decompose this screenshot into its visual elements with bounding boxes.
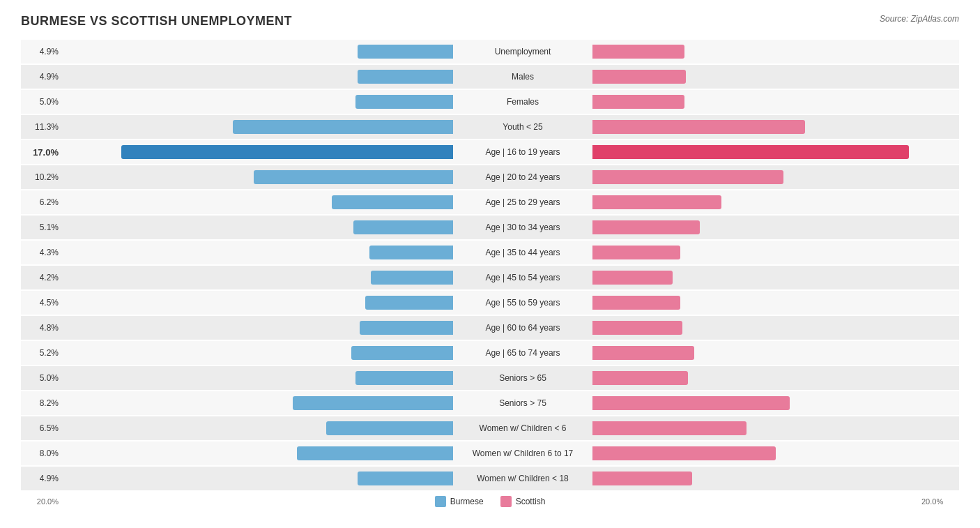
legend: Burmese Scottish	[63, 496, 917, 507]
right-bar	[592, 396, 790, 410]
chart-row: 4.3%Age | 35 to 44 years4.5%	[21, 241, 959, 264]
left-bar	[332, 195, 453, 209]
left-bar-container	[63, 296, 453, 310]
row-label: Women w/ Children 6 to 17	[453, 448, 592, 458]
left-bar-container	[63, 271, 453, 285]
left-bar-container	[63, 170, 453, 184]
left-bar-container	[63, 472, 453, 485]
chart-row: 4.9%Unemployment4.7%	[21, 40, 959, 63]
legend-scottish-box	[500, 496, 512, 507]
row-label: Seniors > 65	[453, 373, 592, 383]
left-value: 8.0%	[21, 448, 63, 458]
left-bar-container	[63, 220, 453, 234]
left-bar	[369, 246, 453, 259]
chart-row: 5.0%Seniors > 654.9%	[21, 366, 959, 390]
left-bar-container	[63, 446, 453, 460]
right-bar-container	[592, 120, 980, 134]
right-bar-container	[592, 195, 980, 209]
right-bar-container	[592, 421, 980, 435]
chart-row: 5.2%Age | 65 to 74 years5.2%	[21, 341, 959, 365]
right-bar-container	[592, 145, 980, 159]
right-bar-container	[592, 321, 980, 335]
left-bar-container	[63, 246, 453, 259]
row-label: Women w/ Children < 18	[453, 474, 592, 483]
left-value: 8.2%	[21, 398, 63, 408]
chart-row: 4.2%Age | 45 to 54 years4.1%	[21, 266, 959, 289]
right-bar-container	[592, 70, 980, 84]
left-value: 5.0%	[21, 373, 63, 383]
right-bar-container	[592, 446, 980, 460]
left-bar-container	[63, 346, 453, 360]
row-label: Age | 16 to 19 years	[453, 147, 592, 157]
right-bar	[592, 246, 680, 259]
chart-row: 4.9%Women w/ Children < 185.1%	[21, 467, 959, 490]
right-bar	[592, 296, 680, 310]
chart-source: Source: ZipAtlas.com	[880, 14, 959, 24]
left-bar-container	[63, 120, 453, 134]
legend-burmese-box	[435, 496, 446, 507]
left-value: 11.3%	[21, 122, 63, 132]
chart-row: 4.5%Age | 55 to 59 years4.5%	[21, 291, 959, 315]
left-bar	[358, 472, 453, 485]
legend-scottish: Scottish	[500, 496, 546, 507]
right-bar-container	[592, 246, 980, 259]
left-value: 6.2%	[21, 197, 63, 207]
right-bar	[592, 346, 694, 360]
left-bar-container	[63, 195, 453, 209]
right-bar-container	[592, 95, 980, 109]
axis-right-label: 20.0%	[917, 497, 959, 506]
chart-header: BURMESE VS SCOTTISH UNEMPLOYMENT Source:…	[21, 14, 959, 29]
left-bar-container	[63, 371, 453, 385]
right-bar	[592, 371, 688, 385]
right-bar	[592, 120, 805, 134]
row-label: Age | 55 to 59 years	[453, 298, 592, 308]
left-bar	[297, 446, 453, 460]
left-value: 5.1%	[21, 222, 63, 232]
row-label: Age | 45 to 54 years	[453, 273, 592, 282]
right-bar	[592, 220, 700, 234]
left-value: 4.9%	[21, 47, 63, 56]
left-bar	[360, 321, 453, 335]
right-bar-container	[592, 170, 980, 184]
left-bar-container	[63, 421, 453, 435]
row-label: Females	[453, 97, 592, 107]
left-value: 6.5%	[21, 423, 63, 433]
right-bar	[592, 421, 747, 435]
left-value: 4.3%	[21, 248, 63, 257]
left-bar	[293, 396, 453, 410]
row-label: Women w/ Children < 6	[453, 423, 592, 433]
right-bar	[592, 45, 684, 59]
right-bar-container	[592, 472, 980, 485]
right-bar	[592, 446, 776, 460]
left-bar-container	[63, 396, 453, 410]
chart-row: 4.8%Age | 60 to 64 years4.6%	[21, 316, 959, 340]
right-bar-container	[592, 45, 980, 59]
right-bar-container	[592, 396, 980, 410]
left-bar	[351, 346, 453, 360]
left-value: 4.8%	[21, 323, 63, 333]
row-label: Age | 35 to 44 years	[453, 248, 592, 257]
right-bar-container	[592, 371, 980, 385]
axis-left-label: 20.0%	[21, 497, 63, 506]
left-bar	[371, 271, 453, 285]
chart-row: 17.0%Age | 16 to 19 years16.2%	[21, 140, 959, 164]
right-bar-container	[592, 220, 980, 234]
chart-row: 10.2%Age | 20 to 24 years9.8%	[21, 165, 959, 189]
chart-row: 11.3%Youth < 2510.9%	[21, 115, 959, 139]
right-bar	[592, 95, 684, 109]
left-bar-container	[63, 95, 453, 109]
chart-body: 4.9%Unemployment4.7%4.9%Males4.8%5.0%Fem…	[21, 40, 959, 490]
chart-container: BURMESE VS SCOTTISH UNEMPLOYMENT Source:…	[0, 0, 980, 528]
axis-row: 20.0% Burmese Scottish 20.0%	[21, 496, 959, 507]
row-label: Seniors > 75	[453, 398, 592, 408]
right-bar-container	[592, 296, 980, 310]
chart-row: 6.5%Women w/ Children < 67.9%	[21, 416, 959, 440]
left-bar-container	[63, 145, 453, 159]
chart-row: 8.2%Seniors > 7510.1%	[21, 391, 959, 415]
left-value: 17.0%	[21, 147, 63, 158]
left-bar	[365, 296, 453, 310]
right-bar	[592, 195, 721, 209]
chart-row: 8.0%Women w/ Children 6 to 179.4%	[21, 442, 959, 465]
left-value: 5.0%	[21, 97, 63, 107]
row-label: Age | 20 to 24 years	[453, 172, 592, 182]
